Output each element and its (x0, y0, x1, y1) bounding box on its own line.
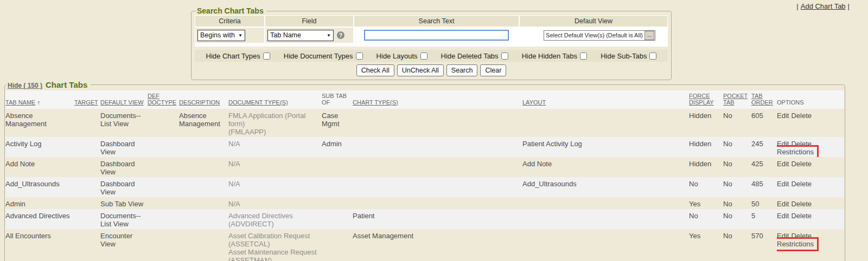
annotation-red-box: Restrictions (777, 237, 819, 251)
cell-chart-types (353, 137, 522, 157)
column-header-default-view[interactable]: DEFAULT VIEW (100, 90, 148, 109)
cell-pocket-tab: No (723, 157, 751, 177)
table-row-advanced-directives: Advanced DirectivesDocuments-- List View… (5, 209, 844, 229)
check-all-button[interactable]: Check All (356, 64, 394, 76)
cell-def-doctype (148, 109, 179, 137)
cell-tab-order: 425 (751, 157, 777, 177)
cell-pocket-tab: No (723, 137, 751, 157)
cell-tab-name: Activity Log (5, 137, 74, 157)
cell-force-display: Yes (689, 197, 723, 209)
cell-layout: Patient Activity Log (522, 137, 689, 157)
column-header-pocket-tab[interactable]: POCKET TAB (723, 90, 751, 109)
checkbox-hide-chart-types[interactable] (263, 53, 270, 60)
chevron-down-icon: ▼ (238, 33, 242, 38)
column-header-document-types[interactable]: DOCUMENT TYPE(S) (228, 90, 322, 109)
field-select[interactable]: Tab Name ▼ (267, 30, 334, 41)
column-header-layout[interactable]: LAYOUT (522, 90, 689, 109)
cell-default-view: Documents-- List View (100, 109, 148, 137)
cell-tab-order: 245 (751, 137, 777, 157)
delete-link[interactable]: Delete (791, 200, 812, 208)
column-label: DOCUMENT TYPE(S) (228, 99, 288, 106)
cell-layout (522, 209, 689, 229)
column-header-target[interactable]: TARGET (74, 90, 100, 109)
cell-default-view: Documents-- List View (100, 209, 148, 229)
edit-link[interactable]: Edit (777, 200, 789, 208)
cell-pocket-tab: No (723, 177, 751, 197)
column-header-description[interactable]: DESCRIPTION (179, 90, 228, 109)
search-button[interactable]: Search (446, 64, 478, 76)
uncheck-all-button[interactable]: UnCheck All (397, 64, 444, 76)
help-icon[interactable]: ? (337, 31, 344, 39)
cell-description (179, 209, 228, 229)
column-label: OPTIONS (777, 99, 804, 106)
cell-sub-tab-of (322, 177, 353, 197)
edit-link[interactable]: Edit (777, 112, 789, 120)
default-view-picker[interactable]: Select Default View(s) (Default is All) … (544, 30, 655, 41)
edit-link[interactable]: Edit (777, 212, 789, 220)
restrictions-link[interactable]: Restrictions (777, 148, 814, 156)
column-label: DEF DOCTYPE (148, 93, 176, 106)
criteria-select[interactable]: Begins with ▼ (197, 30, 245, 41)
delete-link[interactable]: Delete (791, 180, 812, 188)
cell-target (74, 177, 100, 197)
delete-link[interactable]: Delete (791, 112, 812, 120)
hide-count-link[interactable]: Hide ( 150 ) (8, 82, 42, 89)
checkbox-hide-hidden-tabs[interactable] (580, 53, 587, 60)
cell-sub-tab-of: Case Mgmt (322, 109, 353, 137)
cell-tab-name: All Encounters (5, 229, 74, 261)
cell-default-view: Dashboard View (100, 157, 148, 177)
column-header-default-view: Default View (520, 16, 667, 27)
cell-chart-types (353, 197, 522, 209)
column-label: FORCE DISPLAY (689, 93, 714, 106)
cell-layout: Add_Ultrasounds (522, 177, 689, 197)
cell-description (179, 229, 228, 261)
filter-label: Hide Hidden Tabs (522, 52, 577, 60)
search-text-input[interactable] (364, 30, 509, 41)
filter-label: Hide Sub-Tabs (601, 52, 647, 60)
cell-def-doctype (148, 209, 179, 229)
column-label: TAB ORDER (751, 93, 773, 106)
cell-options: EditDeleteRestrictions (777, 229, 844, 261)
cell-options: EditDelete (777, 157, 844, 177)
column-header-def-doctype[interactable]: DEF DOCTYPE (148, 90, 179, 109)
cell-tab-order: 50 (751, 197, 777, 209)
cell-force-display: No (689, 209, 723, 229)
cell-tab-name: Add_Ultrasounds (5, 177, 74, 197)
clear-button[interactable]: Clear (480, 64, 506, 76)
chart-tabs-legend: Hide ( 150 )Chart Tabs (7, 80, 91, 89)
cell-pocket-tab: No (723, 109, 751, 137)
edit-link[interactable]: Edit (777, 180, 789, 188)
criteria-select-value: Begins with (200, 31, 235, 39)
column-label: TAB NAME (5, 99, 35, 106)
column-header-tab-order[interactable]: TAB ORDER (751, 90, 777, 109)
column-header-force-display[interactable]: FORCE DISPLAY (689, 90, 723, 109)
browse-button[interactable]: ... (644, 31, 654, 40)
restrictions-link[interactable]: Restrictions (777, 240, 814, 248)
column-header-options: OPTIONS (777, 90, 844, 109)
checkbox-hide-sub-tabs[interactable] (649, 53, 656, 60)
add-chart-tab-link[interactable]: Add Chart Tab (801, 2, 846, 10)
delete-link[interactable]: Delete (791, 212, 812, 220)
column-header-chart-types[interactable]: CHART TYPE(S) (353, 90, 522, 109)
cell-target (74, 229, 100, 261)
default-view-cell: Select Default View(s) (Default is All) … (520, 28, 667, 43)
cell-sub-tab-of (322, 229, 353, 261)
cell-target (74, 209, 100, 229)
cell-target (74, 137, 100, 157)
cell-document-types: N/A (228, 177, 322, 197)
column-header-sub-tab-of: SUB TAB OF (322, 90, 353, 109)
column-label: CHART TYPE(S) (353, 99, 398, 106)
checkbox-hide-deleted-tabs[interactable] (501, 53, 508, 60)
checkbox-hide-document-types[interactable] (356, 53, 363, 60)
cell-force-display: Hidden (689, 157, 723, 177)
delete-link[interactable]: Delete (791, 160, 812, 168)
cell-layout (522, 109, 689, 137)
checkbox-hide-layouts[interactable] (420, 53, 427, 60)
column-header-tab-name[interactable]: TAB NAME↑ (5, 90, 74, 109)
cell-chart-types (353, 177, 522, 197)
cell-options: EditDelete (777, 177, 844, 197)
cell-force-display: Hidden (689, 109, 723, 137)
table-row-absence-management: Absence ManagementDocuments-- List ViewA… (5, 109, 844, 137)
cell-pocket-tab: No (723, 229, 751, 261)
edit-link[interactable]: Edit (777, 160, 789, 168)
